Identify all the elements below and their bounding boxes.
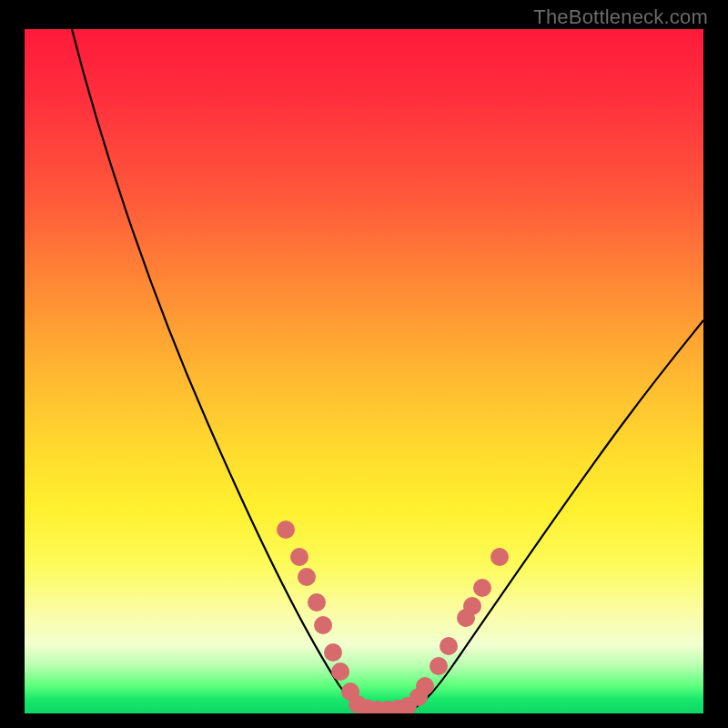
data-dot: [331, 662, 349, 681]
data-dot: [430, 657, 448, 675]
scatter-dots: [277, 521, 509, 713]
data-dot: [440, 637, 458, 655]
data-dot: [416, 677, 434, 695]
data-dot: [324, 643, 342, 662]
watermark-text: TheBottleneck.com: [533, 5, 708, 29]
data-dot: [290, 548, 308, 566]
chart-frame: [18, 29, 710, 721]
data-dot: [463, 597, 481, 615]
data-dot: [314, 616, 332, 634]
data-dot: [490, 548, 509, 566]
data-dot: [298, 568, 316, 586]
data-dot: [473, 579, 491, 597]
data-dot: [308, 593, 326, 612]
bottleneck-curve: [25, 29, 703, 713]
chart-plot-area: [25, 29, 703, 713]
data-dot: [277, 521, 295, 539]
